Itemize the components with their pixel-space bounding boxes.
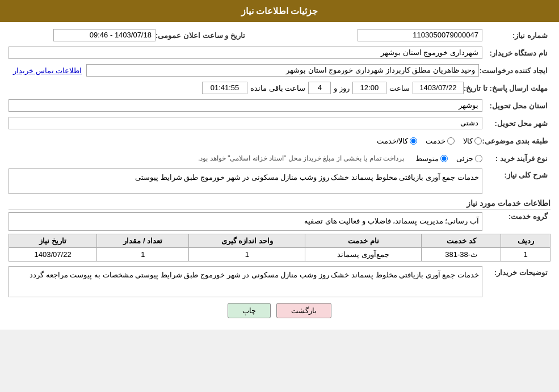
need-number-label: شماره نیاز: (482, 31, 550, 40)
service-info-title: اطلاعات خدمات مورد نیاز (9, 199, 550, 210)
col-count: تعداد / مقدار (97, 234, 189, 247)
general-description: خدمات جمع آوری بازیافتی مخلوط پسماند خشک… (9, 168, 482, 194)
category-kala-khadamat-item: کالا/خدمت (377, 137, 418, 145)
creator-value: وحید ظاهریان مطلق کاربرداز شهرداری خورمو… (86, 64, 479, 77)
col-name: نام خدمت (305, 234, 422, 247)
purchase-jozii-label: جزئی (456, 154, 473, 163)
city-label: شهر محل تحویل: (482, 119, 550, 128)
page-title: جزئیات اطلاعات نیاز (0, 0, 559, 22)
response-days: 4 (308, 82, 331, 94)
province-value: بوشهر (9, 99, 482, 112)
col-date: تاریخ نیاز (9, 234, 97, 247)
org-name-label: نام دستگاه خریدار: (482, 49, 550, 57)
cell-date: 1403/07/22 (9, 247, 97, 261)
category-khadamat-item: خدمت (426, 137, 455, 145)
purchase-motavaset-radio[interactable] (440, 155, 448, 162)
button-row: بازگشت چاپ (9, 303, 550, 318)
service-group-value: آب رسانی؛ مدیریت پسماند، فاضلاب و فعالیت… (9, 212, 482, 231)
purchase-motavaset-label: متوسط (415, 154, 439, 163)
response-time-label: ساعت (386, 84, 413, 92)
category-kala-radio[interactable] (474, 137, 482, 145)
col-radif: ردیف (501, 234, 550, 247)
purchase-jozii-radio[interactable] (475, 155, 482, 162)
purchase-jozii-item: جزئی (456, 154, 482, 163)
buyer-description-label: توضیحات خریدار: (482, 266, 550, 277)
col-code: کد خدمت (422, 234, 501, 247)
category-kala-khadamat-radio[interactable] (410, 137, 417, 145)
remaining-label: ساعت باقی مانده (247, 84, 308, 92)
category-kala-khadamat-label: کالا/خدمت (377, 137, 409, 145)
response-days-label: روز و (331, 84, 352, 92)
creator-label: ایجاد کننده درخواست: (479, 66, 550, 75)
remaining-time: 01:41:55 (202, 82, 247, 94)
category-kala-item: کالا (463, 137, 482, 145)
response-deadline-label: مهلت ارسال پاسخ: تا تاریخ: (464, 84, 550, 92)
announce-datetime-value: 1403/07/18 - 09:46 (53, 29, 155, 41)
response-time: 12:00 (352, 82, 386, 94)
province-label: استان محل تحویل: (482, 102, 550, 110)
need-number-value: 1103050079000047 (358, 29, 482, 41)
purchase-note: پرداخت تمام یا بخشی از مبلغ خریداز محل "… (9, 154, 404, 162)
cell-radif: 1 (501, 247, 550, 261)
response-date: 1403/07/22 (413, 82, 464, 94)
cell-count: 1 (97, 247, 189, 261)
general-description-label: شرح کلی نیاز: (482, 168, 550, 179)
service-group-label: گروه خدمت: (482, 212, 550, 221)
category-label: طبقه بندی موضوعی: (482, 137, 550, 145)
col-unit: واحد اندازه گیری (189, 234, 305, 247)
category-kala-label: کالا (463, 137, 473, 145)
purchase-motavaset-item: متوسط (415, 154, 448, 163)
city-value: دشتی (9, 117, 482, 129)
org-name-value: شهرداری خورموج استان بوشهر (9, 47, 482, 59)
purchase-type-label: نوع فرآیند خرید : (482, 154, 550, 163)
cell-name: جمع‌آوری پسماند (305, 247, 422, 261)
cell-unit: 1 (189, 247, 305, 261)
buyer-description: خدمات جمع آوری بازیافتی مخلوط پسماند خشک… (9, 266, 482, 297)
services-table: ردیف کد خدمت نام خدمت واحد اندازه گیری ت… (9, 234, 550, 262)
back-button[interactable]: بازگشت (276, 303, 331, 318)
category-khadamat-label: خدمت (426, 137, 445, 145)
cell-code: ث-38-381 (422, 247, 501, 261)
print-button[interactable]: چاپ (228, 303, 271, 318)
contact-link[interactable]: اطلاعات تماس خریدار (9, 66, 86, 75)
announce-datetime-label: تاریخ و ساعت اعلان عمومی: (155, 31, 248, 40)
category-khadamat-radio[interactable] (447, 137, 455, 145)
table-row: 1ث-38-381جمع‌آوری پسماند111403/07/22 (9, 247, 550, 261)
